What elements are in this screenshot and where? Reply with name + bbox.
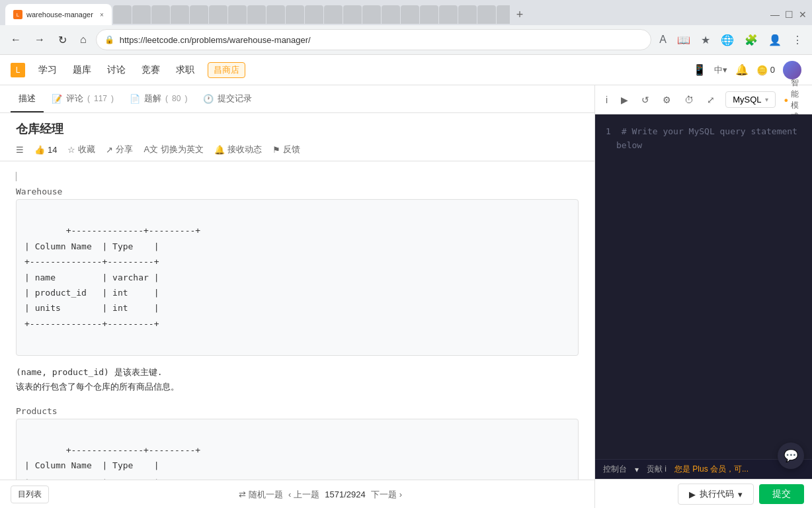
active-tab[interactable]: L warehouse-manager × bbox=[5, 4, 112, 25]
url-text: https://leetcode.cn/problems/warehouse-m… bbox=[120, 35, 643, 45]
collapsed-tab[interactable] bbox=[209, 5, 227, 24]
floating-action-button[interactable]: 💬 bbox=[778, 443, 804, 469]
page-title: 仓库经理 bbox=[16, 121, 579, 137]
next-problem-button[interactable]: 下一题 › bbox=[371, 489, 402, 501]
language-switcher[interactable]: 中▾ bbox=[714, 64, 727, 76]
like-button[interactable]: 👍 14 bbox=[34, 145, 57, 155]
tab-description[interactable]: 描述 bbox=[11, 86, 44, 112]
thumbs-up-icon: 👍 bbox=[34, 145, 45, 155]
collapsed-tab[interactable] bbox=[401, 5, 419, 24]
settings-button[interactable]: ⋮ bbox=[790, 31, 805, 49]
table2-schema: +--------------+---------+ | Column Name… bbox=[16, 419, 579, 480]
line-number-1: 1 bbox=[606, 125, 611, 139]
subscribe-button[interactable]: 🔔 接收动态 bbox=[214, 144, 262, 155]
shuffle-button[interactable]: ⇄ 随机一题 bbox=[239, 489, 283, 501]
user-avatar[interactable] bbox=[783, 61, 801, 79]
collapsed-tab[interactable] bbox=[324, 5, 343, 24]
collapsed-tab[interactable] bbox=[458, 5, 477, 24]
notification-icon[interactable]: 🔔 bbox=[735, 64, 749, 76]
address-bar[interactable]: 🔒 https://leetcode.cn/problems/warehouse… bbox=[96, 29, 652, 50]
collapsed-tab[interactable] bbox=[305, 5, 323, 24]
action-buttons-row: ▶ 执行代码 ▾ 提交 bbox=[595, 479, 812, 508]
table1-description: 该表的行包含了每个仓库的所有商品信息。 bbox=[16, 381, 579, 393]
new-tab-button[interactable]: + bbox=[511, 5, 529, 24]
favorites-button[interactable]: ★ bbox=[698, 31, 713, 49]
chevron-left-icon: ‹ bbox=[288, 489, 291, 499]
tab-submissions[interactable]: 🕐 提交记录 bbox=[195, 86, 260, 112]
bottom-bar: 目列表 ⇄ 随机一题 ‹ 上一题 1571/2924 下一题 › bbox=[0, 480, 594, 508]
expand-button[interactable]: ⤢ bbox=[704, 92, 717, 108]
bottom-center-section: ⇄ 随机一题 ‹ 上一题 1571/2924 下一题 › bbox=[239, 489, 402, 501]
nav-shop-button[interactable]: 昌商店 bbox=[208, 62, 245, 78]
info-button[interactable]: i bbox=[603, 92, 610, 108]
plus-notice: 您是 Plus 会员，可... bbox=[674, 464, 749, 475]
collapsed-tab[interactable] bbox=[113, 5, 132, 24]
language-selector[interactable]: MySQL ▾ bbox=[725, 91, 776, 108]
collapsed-tab[interactable] bbox=[286, 5, 304, 24]
browser-toolbar: ← → ↻ ⌂ 🔒 https://leetcode.cn/problems/w… bbox=[0, 25, 812, 54]
prev-problem-button[interactable]: ‹ 上一题 bbox=[288, 489, 319, 501]
table2-label: Products bbox=[16, 406, 579, 416]
collections-button[interactable]: 🌐 bbox=[718, 31, 737, 49]
minimize-button[interactable]: — bbox=[770, 9, 780, 20]
collapsed-tab[interactable] bbox=[266, 5, 285, 24]
table1-content: +--------------+---------+ | Column Name… bbox=[24, 226, 200, 328]
nav-study[interactable]: 学习 bbox=[36, 64, 60, 76]
collapsed-tab[interactable] bbox=[190, 5, 208, 24]
maximize-button[interactable]: ☐ bbox=[785, 9, 793, 20]
contribute-button[interactable]: 贡献 i bbox=[647, 464, 667, 475]
lc-logo: L bbox=[11, 63, 25, 77]
forward-button[interactable]: → bbox=[30, 31, 49, 48]
collapsed-tab[interactable] bbox=[477, 5, 496, 24]
collapsed-tab[interactable] bbox=[343, 5, 362, 24]
code-editor[interactable]: 1 # Write your MySQL query statement bel… bbox=[595, 114, 812, 459]
tab-comments[interactable]: 📝 评论 (117) bbox=[44, 86, 122, 112]
run-debug-button[interactable]: ▶ bbox=[618, 92, 631, 108]
profile-button[interactable]: 👤 bbox=[766, 31, 784, 49]
back-button[interactable]: ← bbox=[7, 31, 25, 48]
tab-close-btn[interactable]: × bbox=[100, 11, 104, 19]
chevron-down-icon: ▾ bbox=[765, 96, 768, 103]
tab-favicon: L bbox=[13, 10, 22, 19]
collapsed-tab[interactable] bbox=[171, 5, 189, 24]
collapsed-tab[interactable] bbox=[228, 5, 247, 24]
nav-jobs[interactable]: 求职 bbox=[173, 64, 197, 76]
nav-contest[interactable]: 竞赛 bbox=[139, 64, 163, 76]
chat-icon: 💬 bbox=[784, 448, 798, 463]
nav-discuss[interactable]: 讨论 bbox=[104, 64, 128, 76]
reader-view-button[interactable]: 📖 bbox=[674, 31, 693, 49]
table1-key-note: (name, product_id) 是该表主键. bbox=[16, 366, 579, 378]
collapsed-tab[interactable] bbox=[132, 5, 151, 24]
collapsed-tab[interactable] bbox=[439, 5, 458, 24]
problem-header: 仓库经理 ☰ 👍 14 ☆ 收藏 ↗ 分享 A文 bbox=[0, 113, 594, 161]
collapsed-tab[interactable] bbox=[497, 5, 510, 24]
extensions-button[interactable]: 🧩 bbox=[742, 31, 760, 49]
refresh-button[interactable]: ↻ bbox=[54, 31, 71, 49]
collapsed-tab[interactable] bbox=[420, 5, 438, 24]
share-button[interactable]: ↗ 分享 bbox=[106, 144, 133, 155]
bottom-left-section: 目列表 bbox=[11, 486, 49, 503]
collapsed-tab[interactable] bbox=[362, 5, 381, 24]
nav-problems[interactable]: 题库 bbox=[70, 64, 94, 76]
left-panel: 描述 📝 评论 (117) 📄 题解 (80) 🕐 提交记录 仓库经理 bbox=[0, 85, 595, 508]
submit-button[interactable]: 提交 bbox=[759, 484, 804, 504]
feedback-button[interactable]: ⚑ 反馈 bbox=[272, 144, 300, 155]
selected-language: MySQL bbox=[733, 95, 761, 105]
read-mode-button[interactable]: A bbox=[657, 31, 669, 48]
collapsed-tab[interactable] bbox=[151, 5, 170, 24]
reset-code-button[interactable]: ↺ bbox=[639, 92, 652, 108]
collapsed-tab[interactable] bbox=[247, 5, 266, 24]
list-icon: ☰ bbox=[16, 145, 24, 155]
timer-button[interactable]: ⏱ bbox=[682, 92, 696, 108]
close-button[interactable]: ✕ bbox=[799, 9, 807, 20]
collapsed-tab[interactable] bbox=[382, 5, 400, 24]
home-button[interactable]: ⌂ bbox=[76, 31, 91, 48]
console-button[interactable]: 控制台 bbox=[603, 464, 627, 475]
debug-settings-button[interactable]: ⚙ bbox=[660, 92, 674, 108]
run-code-button[interactable]: ▶ 执行代码 ▾ bbox=[678, 484, 754, 505]
bell-icon: 🔔 bbox=[214, 145, 225, 155]
bookmark-button[interactable]: ☆ 收藏 bbox=[67, 144, 95, 155]
tab-solutions[interactable]: 📄 题解 (80) bbox=[122, 86, 195, 112]
problem-list-button[interactable]: 目列表 bbox=[11, 486, 49, 503]
translate-button[interactable]: A文 切换为英文 bbox=[143, 144, 204, 155]
